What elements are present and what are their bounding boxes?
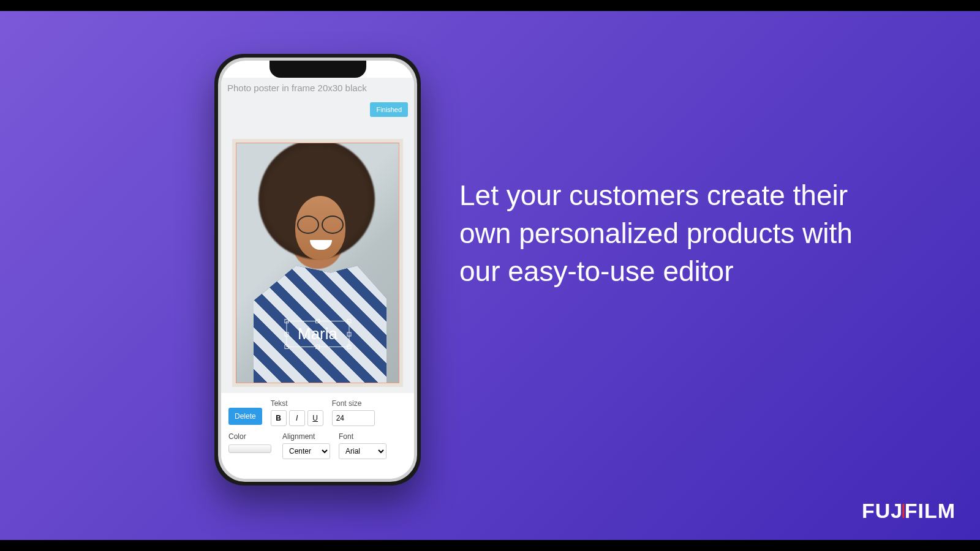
phone-screen: Photo poster in frame 20x30 black Finish… [221,61,414,479]
finished-button[interactable]: Finished [370,102,408,117]
text-style-field: Tekst B I U [271,399,323,426]
color-label: Color [228,432,274,441]
italic-button[interactable]: I [289,410,305,426]
product-title: Photo poster in frame 20x30 black [227,83,408,93]
resize-handle-br[interactable] [347,345,351,349]
resize-handle-t[interactable] [315,319,320,323]
brand-logo: FUJIFILM [862,499,956,523]
underline-button[interactable]: U [307,410,323,426]
color-field: Color [228,432,274,453]
photo-image[interactable]: Maria [236,143,399,383]
font-select[interactable]: Arial [339,443,386,459]
font-field: Font Arial [339,432,386,459]
resize-handle-tr[interactable] [347,319,351,323]
glasses-icon [297,216,344,231]
text-style-buttons: B I U [271,410,323,426]
fontsize-label: Font size [332,399,375,408]
phone-rim: Photo poster in frame 20x30 black Finish… [218,58,417,482]
alignment-field: Alignment Center [282,432,330,459]
fontsize-input[interactable] [332,410,375,426]
delete-button[interactable]: Delete [228,408,262,425]
fontsize-field: Font size [332,399,375,426]
font-label: Font [339,432,386,441]
editor-canvas[interactable]: Maria [221,121,414,393]
resize-handle-b[interactable] [315,345,320,349]
brand-left: FUJ [862,499,903,522]
editor-toolbar: Delete Tekst B I U Font size [221,393,414,479]
slide-stage: Let your customers create their own pers… [0,11,980,540]
photo-frame[interactable]: Maria [232,139,403,387]
alignment-label: Alignment [282,432,330,441]
text-selection-box[interactable]: Maria [286,321,349,347]
resize-handle-tl[interactable] [284,319,288,323]
phone-mock: Photo poster in frame 20x30 black Finish… [214,54,421,485]
color-picker[interactable] [228,444,271,453]
text-style-label: Tekst [271,399,323,408]
brand-right: FILM [905,499,956,522]
editor-appbar: Photo poster in frame 20x30 black Finish… [221,78,414,121]
brand-dot-icon: I [902,499,905,523]
phone-notch [270,61,366,78]
caption-text[interactable]: Maria [298,324,337,343]
resize-handle-r[interactable] [347,332,351,336]
headline-text: Let your customers create their own pers… [459,176,876,290]
alignment-select[interactable]: Center [282,443,330,459]
resize-handle-bl[interactable] [284,345,288,349]
resize-handle-l[interactable] [284,332,288,336]
bold-button[interactable]: B [271,410,287,426]
